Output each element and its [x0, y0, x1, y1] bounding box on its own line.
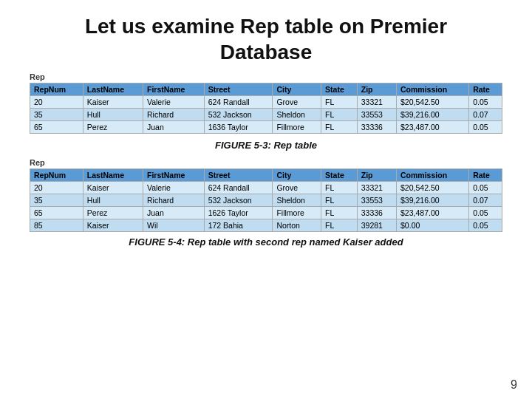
table-row: 35HullRichard532 JacksonSheldonFL33553$3…: [30, 194, 502, 207]
title-line2: Database: [220, 41, 313, 64]
table-cell: 65: [30, 207, 83, 219]
table-cell: Juan: [143, 207, 204, 219]
table2-header-row: RepNum LastName FirstName Street City St…: [30, 169, 502, 182]
table-row: 20KaiserValerie624 RandallGroveFL33321$2…: [30, 96, 502, 109]
table-cell: 0.05: [469, 219, 502, 232]
table-cell: Richard: [143, 109, 204, 121]
table-cell: 0.05: [469, 96, 502, 109]
table-cell: 172 Bahia: [204, 219, 273, 232]
figure4-caption: FIGURE 5-4: Rep table with second rep na…: [0, 236, 532, 248]
table-row: 85KaiserWil172 BahiaNortonFL39281$0.000.…: [30, 219, 502, 232]
table-cell: Valerie: [143, 182, 204, 194]
table-cell: Richard: [143, 194, 204, 207]
table-cell: FL: [321, 109, 358, 121]
col2-state: State: [321, 169, 358, 182]
table1-section: Rep RepNum LastName FirstName Street Cit…: [0, 72, 532, 134]
table-cell: 20: [30, 182, 83, 194]
table-cell: Norton: [273, 219, 321, 232]
table-cell: 0.05: [469, 121, 502, 134]
figure3-caption: FIGURE 5-3: Rep table: [0, 140, 532, 151]
table-row: 65PerezJuan1626 TaylorFillmoreFL33336$23…: [30, 207, 502, 219]
col-rate: Rate: [469, 83, 502, 96]
col-zip: Zip: [357, 83, 396, 96]
table-cell: Hull: [83, 194, 143, 207]
table-cell: Sheldon: [273, 109, 321, 121]
table1-label: Rep: [30, 72, 502, 81]
table-cell: Kaiser: [83, 182, 143, 194]
table-cell: $39,216.00: [397, 109, 469, 121]
table-cell: 0.05: [469, 207, 502, 219]
table-cell: FL: [321, 207, 358, 219]
table-cell: $20,542.50: [397, 182, 469, 194]
table-cell: FL: [321, 219, 358, 232]
table-cell: 0.05: [469, 182, 502, 194]
table-cell: Grove: [273, 182, 321, 194]
table-cell: 1636 Taylor: [204, 121, 273, 134]
table-cell: 33321: [357, 96, 396, 109]
table-cell: 33553: [357, 194, 396, 207]
table2: RepNum LastName FirstName Street City St…: [30, 168, 502, 232]
table-cell: Sheldon: [273, 194, 321, 207]
table-cell: 20: [30, 96, 83, 109]
table-cell: Perez: [83, 121, 143, 134]
table-cell: $39,216.00: [397, 194, 469, 207]
title-line1: Let us examine Rep table on Premier: [85, 15, 447, 38]
table-cell: Kaiser: [83, 96, 143, 109]
table-cell: 65: [30, 121, 83, 134]
table-cell: 35: [30, 194, 83, 207]
table-cell: 532 Jackson: [204, 109, 273, 121]
table-cell: FL: [321, 96, 358, 109]
table-cell: Fillmore: [273, 121, 321, 134]
table-cell: Perez: [83, 207, 143, 219]
col-firstname: FirstName: [143, 83, 204, 96]
table-cell: $0.00: [397, 219, 469, 232]
table1: RepNum LastName FirstName Street City St…: [30, 83, 502, 134]
table-cell: Hull: [83, 109, 143, 121]
table-cell: 33336: [357, 121, 396, 134]
table-cell: 624 Randall: [204, 96, 273, 109]
table1-header-row: RepNum LastName FirstName Street City St…: [30, 83, 502, 96]
table-cell: 33336: [357, 207, 396, 219]
col2-street: Street: [204, 169, 273, 182]
table-cell: 33553: [357, 109, 396, 121]
table-cell: 532 Jackson: [204, 194, 273, 207]
table-cell: $20,542.50: [397, 96, 469, 109]
table-cell: Wil: [143, 219, 204, 232]
table-cell: FL: [321, 121, 358, 134]
col-repnum: RepNum: [30, 83, 83, 96]
col-lastname: LastName: [83, 83, 143, 96]
col-city: City: [273, 83, 321, 96]
col-state: State: [321, 83, 358, 96]
col2-firstname: FirstName: [143, 169, 204, 182]
table-cell: 35: [30, 109, 83, 121]
col2-city: City: [273, 169, 321, 182]
col2-commission: Commission: [397, 169, 469, 182]
table-cell: FL: [321, 182, 358, 194]
table-cell: $23,487.00: [397, 121, 469, 134]
table-cell: Juan: [143, 121, 204, 134]
table-row: 20KaiserValerie624 RandallGroveFL33321$2…: [30, 182, 502, 194]
main-title: Let us examine Rep table on Premier Data…: [0, 0, 532, 65]
col2-repnum: RepNum: [30, 169, 83, 182]
table-cell: 39281: [357, 219, 396, 232]
table-cell: Fillmore: [273, 207, 321, 219]
col2-rate: Rate: [469, 169, 502, 182]
table-cell: 1626 Taylor: [204, 207, 273, 219]
table-cell: $23,487.00: [397, 207, 469, 219]
table-cell: FL: [321, 194, 358, 207]
table2-label: Rep: [30, 158, 502, 167]
table-cell: 33321: [357, 182, 396, 194]
table-cell: 624 Randall: [204, 182, 273, 194]
table2-section: Rep RepNum LastName FirstName Street Cit…: [0, 158, 532, 232]
table-row: 35HullRichard532 JacksonSheldonFL33553$3…: [30, 109, 502, 121]
table-cell: 0.07: [469, 109, 502, 121]
page-number: 9: [511, 378, 517, 392]
col-street: Street: [204, 83, 273, 96]
table-cell: 85: [30, 219, 83, 232]
table-cell: 0.07: [469, 194, 502, 207]
table-cell: Kaiser: [83, 219, 143, 232]
col2-zip: Zip: [357, 169, 396, 182]
table-row: 65PerezJuan1636 TaylorFillmoreFL33336$23…: [30, 121, 502, 134]
table-cell: Valerie: [143, 96, 204, 109]
col2-lastname: LastName: [83, 169, 143, 182]
